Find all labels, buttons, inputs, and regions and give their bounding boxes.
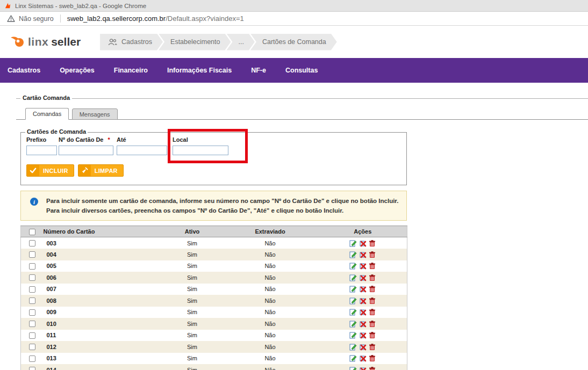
cell-ativo: Sim	[163, 237, 222, 249]
edit-action-icon[interactable]	[349, 331, 357, 339]
cell-numero: 006	[44, 272, 163, 284]
not-secure-label[interactable]: Não seguro	[19, 15, 54, 23]
delete-action-icon[interactable]	[360, 240, 367, 247]
breadcrumb-cadastros[interactable]: Cadastros	[100, 34, 163, 50]
lost-card-action-icon[interactable]	[369, 240, 376, 247]
delete-action-icon[interactable]	[360, 343, 367, 351]
cartao-comanda-fieldset-border	[16, 98, 588, 99]
edit-action-icon[interactable]	[349, 320, 357, 328]
col-header-ativo[interactable]: Ativo	[163, 226, 222, 237]
table-row: 003 Sim Não	[21, 237, 407, 249]
lost-card-action-icon[interactable]	[369, 274, 376, 281]
window-titlebar[interactable]: Linx Sistemas - sweb_lab2.qa - Google Ch…	[0, 0, 588, 12]
cartoes-de-comanda-fieldset-legend: Cartões de Comanda	[25, 128, 88, 135]
lost-card-action-icon[interactable]	[369, 343, 376, 351]
linx-logo-icon	[10, 35, 26, 49]
lost-card-action-icon[interactable]	[369, 297, 376, 304]
edit-action-icon[interactable]	[349, 297, 357, 304]
browser-window: Linx Sistemas - sweb_lab2.qa - Google Ch…	[0, 0, 588, 370]
delete-action-icon[interactable]	[360, 251, 367, 258]
row-checkbox[interactable]	[29, 356, 35, 362]
logo-text-seller: seller	[51, 35, 81, 48]
logo-text-linx: linx	[28, 35, 48, 48]
tab-strip: Comandas Mensagens	[16, 108, 588, 120]
row-checkbox[interactable]	[29, 240, 35, 246]
menu-item-operacoes[interactable]: Operações	[60, 67, 95, 74]
required-marker: *	[107, 136, 110, 143]
table-row: 008 Sim Não	[21, 295, 407, 307]
menu-item-cadastros[interactable]: Cadastros	[8, 67, 40, 74]
prefixo-field-group: Prefixo	[26, 136, 57, 155]
linx-favicon	[4, 2, 11, 9]
row-checkbox[interactable]	[29, 286, 35, 293]
col-header-extraviado[interactable]: Extraviado	[222, 226, 319, 237]
edit-action-icon[interactable]	[349, 240, 357, 247]
comandas-table-body: 003 Sim Não	[21, 237, 407, 370]
delete-action-icon[interactable]	[360, 366, 367, 370]
select-all-checkbox[interactable]	[29, 229, 35, 235]
row-checkbox[interactable]	[29, 309, 35, 316]
menu-item-nfe[interactable]: NF-e	[251, 67, 266, 74]
lost-card-action-icon[interactable]	[369, 262, 376, 270]
lost-card-action-icon[interactable]	[369, 308, 376, 316]
url-text[interactable]: sweb_lab2.qa.sellercorp.com.br/Default.a…	[67, 14, 244, 23]
cell-extraviado: Não	[222, 353, 319, 365]
row-checkbox[interactable]	[29, 344, 35, 350]
cartao-comanda-fieldset-legend: Cartão Comanda	[20, 95, 72, 101]
tab-comandas[interactable]: Comandas	[25, 108, 69, 120]
lost-card-action-icon[interactable]	[369, 320, 376, 328]
edit-action-icon[interactable]	[349, 251, 357, 258]
edit-action-icon[interactable]	[349, 343, 357, 351]
cell-ativo: Sim	[163, 341, 222, 353]
delete-action-icon[interactable]	[360, 262, 367, 270]
delete-action-icon[interactable]	[360, 285, 367, 293]
delete-action-icon[interactable]	[360, 331, 367, 339]
edit-action-icon[interactable]	[349, 285, 357, 293]
col-header-numero-do-cartao[interactable]: Número do Cartão	[44, 226, 163, 237]
incluir-button[interactable]: INCLUIR	[26, 164, 74, 177]
prefixo-input[interactable]	[26, 146, 57, 155]
app-header: linx seller Cadastros Estabelecimento	[0, 26, 588, 58]
lost-card-action-icon[interactable]	[369, 251, 376, 258]
table-row: 006 Sim Não	[21, 272, 407, 284]
row-checkbox[interactable]	[29, 251, 35, 258]
address-bar[interactable]: Não seguro sweb_lab2.qa.sellercorp.com.b…	[0, 12, 588, 26]
breadcrumb-label: ...	[238, 38, 243, 46]
edit-action-icon[interactable]	[349, 354, 357, 362]
delete-action-icon[interactable]	[360, 297, 367, 304]
delete-action-icon[interactable]	[360, 320, 367, 328]
row-checkbox[interactable]	[29, 274, 35, 281]
breadcrumb-cartoes-de-comanda[interactable]: Cartões de Comanda	[250, 34, 337, 50]
url-host: sweb_lab2.qa.sellercorp.com.br	[67, 14, 166, 23]
ate-input[interactable]	[117, 146, 167, 155]
lost-card-action-icon[interactable]	[369, 331, 376, 339]
info-icon: i	[30, 198, 38, 206]
menu-item-informacoes-fiscais[interactable]: Informações Fiscais	[167, 67, 232, 74]
local-input[interactable]	[173, 146, 228, 155]
menu-item-consultas[interactable]: Consultas	[285, 67, 318, 74]
lost-card-action-icon[interactable]	[369, 285, 376, 293]
edit-action-icon[interactable]	[349, 274, 357, 281]
row-checkbox[interactable]	[29, 332, 35, 339]
delete-action-icon[interactable]	[360, 274, 367, 281]
edit-action-icon[interactable]	[349, 262, 357, 270]
lost-card-action-icon[interactable]	[369, 354, 376, 362]
breadcrumb-estabelecimento[interactable]: Estabelecimento	[159, 34, 231, 50]
row-checkbox[interactable]	[29, 367, 35, 370]
cell-numero: 009	[44, 307, 163, 318]
lost-card-action-icon[interactable]	[369, 366, 376, 370]
menu-item-financeiro[interactable]: Financeiro	[114, 67, 148, 74]
edit-action-icon[interactable]	[349, 308, 357, 316]
cell-numero: 004	[44, 249, 163, 260]
row-checkbox[interactable]	[29, 263, 35, 270]
delete-action-icon[interactable]	[360, 308, 367, 316]
edit-action-icon[interactable]	[349, 366, 357, 370]
row-checkbox[interactable]	[29, 321, 35, 327]
row-checkbox[interactable]	[29, 298, 35, 304]
delete-action-icon[interactable]	[360, 354, 367, 362]
cell-numero: 003	[44, 237, 163, 249]
limpar-button[interactable]: LIMPAR	[78, 164, 124, 177]
cell-numero: 005	[44, 260, 163, 272]
tab-mensagens[interactable]: Mensagens	[72, 108, 118, 120]
numero-cartao-de-input[interactable]	[59, 146, 113, 155]
